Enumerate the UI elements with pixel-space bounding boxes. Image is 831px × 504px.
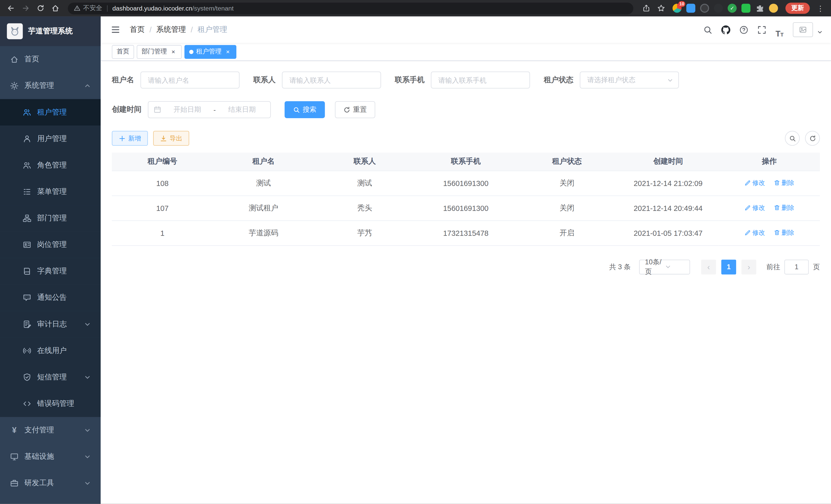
- extension-icon[interactable]: [769, 4, 778, 12]
- forward-icon[interactable]: [19, 2, 32, 14]
- user-icon: [23, 135, 31, 143]
- edit-link[interactable]: 修改: [744, 179, 765, 187]
- sidebar-menu: 首页 系统管理 租户管理 用户管理 角色管理: [0, 46, 101, 504]
- sidebar-item-tenant[interactable]: 租户管理: [0, 99, 101, 126]
- sidebar-item-dict[interactable]: 字典管理: [0, 258, 101, 285]
- menu-list-icon: [23, 187, 31, 196]
- page-number-button[interactable]: 1: [721, 260, 736, 274]
- extensions-group: 10 ✓: [672, 4, 778, 12]
- sidebar-item-menu[interactable]: 菜单管理: [0, 179, 101, 205]
- extension-icon[interactable]: ✓: [728, 4, 737, 12]
- toggle-search-button[interactable]: [785, 131, 800, 146]
- sidebar-item-user[interactable]: 用户管理: [0, 126, 101, 152]
- search-button[interactable]: 搜索: [285, 101, 325, 118]
- close-icon[interactable]: ×: [224, 48, 231, 56]
- table-row: 107 测试租户 秃头 15601691300 关闭 2021-12-14 20…: [112, 196, 820, 220]
- page-size-select[interactable]: 10条/页: [639, 260, 690, 274]
- security-label: 不安全: [83, 4, 102, 12]
- sidebar-item-label: 基础设施: [24, 452, 54, 462]
- extension-icon[interactable]: [741, 4, 750, 12]
- breadcrumb-home[interactable]: 首页: [130, 25, 145, 34]
- back-icon[interactable]: [4, 2, 17, 14]
- close-icon[interactable]: ×: [170, 48, 177, 56]
- edit-link[interactable]: 修改: [744, 228, 765, 237]
- sidebar-item-online-users[interactable]: 在线用户: [0, 337, 101, 364]
- browser-home-icon[interactable]: [49, 2, 62, 14]
- goto-page-input[interactable]: [784, 260, 809, 274]
- reload-icon[interactable]: [34, 2, 47, 14]
- tenants-icon: [23, 108, 31, 117]
- sidebar-item-dept[interactable]: 部门管理: [0, 205, 101, 232]
- address-bar[interactable]: 不安全 dashboard.yudao.iocoder.cn/system/te…: [68, 2, 633, 14]
- tab-label: 部门管理: [142, 47, 167, 56]
- delete-link[interactable]: 删除: [773, 179, 794, 187]
- cell-actions: 修改删除: [719, 171, 820, 196]
- breadcrumb-system[interactable]: 系统管理: [156, 25, 186, 34]
- status-select-placeholder: 请选择租户状态: [587, 75, 667, 85]
- tabs-bar: 首页 部门管理× 租户管理×: [101, 43, 831, 61]
- github-icon[interactable]: [718, 22, 734, 38]
- reset-button[interactable]: 重置: [335, 101, 375, 118]
- table-header-row: 租户编号 租户名 联系人 联系手机 租户状态 创建时间 操作: [112, 153, 820, 171]
- extension-icon[interactable]: [686, 4, 695, 12]
- refresh-table-button[interactable]: [805, 131, 820, 146]
- sidebar-item-error-code[interactable]: 错误码管理: [0, 390, 101, 417]
- update-button[interactable]: 更新: [785, 3, 810, 13]
- caret-down-icon[interactable]: [817, 30, 823, 35]
- logo[interactable]: 芋道管理系统: [0, 17, 101, 46]
- sidebar-item-payment[interactable]: ¥ 支付管理: [0, 417, 101, 443]
- tab-dept[interactable]: 部门管理×: [137, 45, 182, 59]
- tab-label: 首页: [117, 47, 130, 56]
- column-header: 联系人: [314, 153, 415, 171]
- extension-badge: 10: [678, 1, 685, 7]
- sidebar-item-sms[interactable]: 短信管理: [0, 364, 101, 390]
- sidebar-item-home[interactable]: 首页: [0, 46, 101, 72]
- delete-link[interactable]: 删除: [773, 203, 794, 212]
- extension-icon[interactable]: [714, 4, 723, 12]
- export-button[interactable]: 导出: [153, 131, 189, 146]
- tenant-name-input[interactable]: [141, 71, 240, 88]
- help-icon[interactable]: [736, 22, 752, 38]
- share-icon[interactable]: [639, 2, 652, 14]
- app-title: 芋道管理系统: [28, 26, 73, 36]
- sidebar-item-infra[interactable]: 基础设施: [0, 443, 101, 470]
- extension-icon[interactable]: [700, 4, 709, 12]
- cell-status: 关闭: [516, 196, 618, 220]
- sidebar-item-label: 菜单管理: [37, 187, 67, 197]
- cell-created: 2021-12-14 20:49:44: [618, 196, 719, 220]
- edit-link[interactable]: 修改: [744, 203, 765, 212]
- tab-tenant[interactable]: 租户管理×: [184, 45, 236, 59]
- cell-tenant-id: 107: [112, 196, 213, 220]
- sidebar-item-notice[interactable]: 通知公告: [0, 285, 101, 311]
- url-domain: dashboard.yudao.iocoder.cn: [112, 5, 192, 12]
- bookmark-star-icon[interactable]: [655, 2, 667, 14]
- sidebar-item-label: 系统管理: [24, 81, 54, 91]
- extensions-puzzle-icon[interactable]: [755, 4, 764, 12]
- hamburger-icon[interactable]: [109, 25, 122, 34]
- delete-link[interactable]: 删除: [773, 228, 794, 237]
- prev-page-button[interactable]: ‹: [701, 260, 716, 274]
- sidebar-item-post[interactable]: 岗位管理: [0, 232, 101, 258]
- fullscreen-icon[interactable]: [754, 22, 770, 38]
- cell-tenant-name: 测试租户: [213, 196, 314, 220]
- sidebar-item-label: 岗位管理: [37, 240, 67, 249]
- phone-input[interactable]: [431, 71, 530, 88]
- tab-home[interactable]: 首页: [112, 45, 134, 59]
- sidebar-item-audit-log[interactable]: 审计日志: [0, 311, 101, 337]
- sidebar-item-role[interactable]: 角色管理: [0, 152, 101, 179]
- sidebar-item-dev-tools[interactable]: 研发工具: [0, 470, 101, 496]
- font-size-icon[interactable]: TT: [772, 22, 787, 38]
- status-select[interactable]: 请选择租户状态: [580, 71, 679, 88]
- search-icon[interactable]: [700, 22, 716, 38]
- date-range-picker[interactable]: 开始日期 - 结束日期: [148, 101, 271, 118]
- cell-contact: 秃头: [314, 196, 415, 220]
- sidebar: 芋道管理系统 首页 系统管理 租户管理 用户管理: [0, 17, 101, 504]
- browser-menu-icon[interactable]: ⋮: [814, 4, 827, 12]
- sidebar-item-system[interactable]: 系统管理: [0, 73, 101, 99]
- next-page-button[interactable]: ›: [741, 260, 756, 274]
- extension-icon[interactable]: 10: [672, 4, 682, 12]
- avatar[interactable]: [793, 22, 813, 37]
- contact-input[interactable]: [282, 71, 381, 88]
- add-button[interactable]: 新增: [112, 131, 148, 146]
- table-toolbar: 新增 导出: [112, 131, 820, 146]
